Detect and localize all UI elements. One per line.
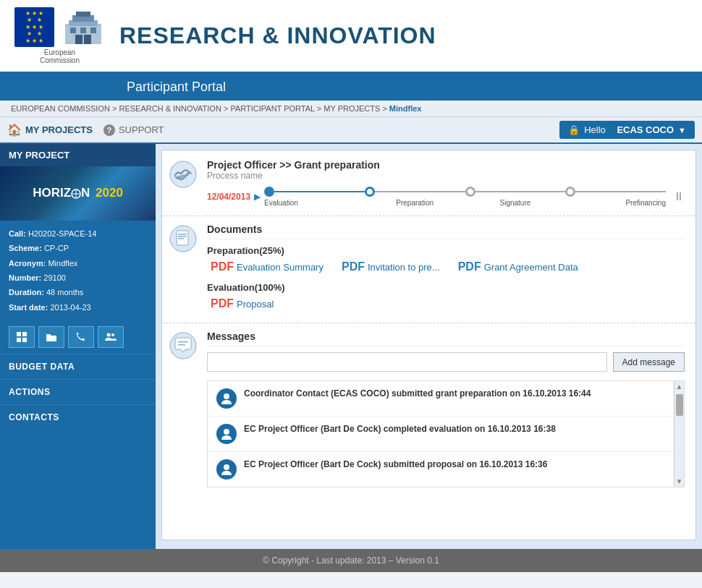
- scroll-thumb[interactable]: [676, 394, 683, 416]
- horizon-logo: HORIZN 2020: [33, 186, 123, 200]
- message-item-1: Coordinator Contact (ECAS COCO) submitte…: [208, 381, 684, 417]
- bc-sep4: >: [382, 104, 389, 113]
- acronym-value: Mindflex: [48, 259, 77, 268]
- support-nav[interactable]: ? SUPPORT: [103, 124, 164, 136]
- phone-button[interactable]: [68, 326, 94, 348]
- svg-rect-22: [178, 236, 187, 237]
- acronym-label: Acronym:: [9, 259, 48, 268]
- user-menu[interactable]: 🔒 Hello ECAS COCO ▼: [559, 121, 695, 139]
- svg-rect-8: [84, 35, 91, 44]
- eval-dot: [264, 187, 274, 197]
- docs-title: Documents: [207, 223, 685, 239]
- start-date-value: 2013-04-23: [50, 303, 90, 312]
- sidebar-budget-data[interactable]: BUDGET DATA: [0, 354, 156, 379]
- svg-rect-13: [22, 332, 27, 336]
- breadcrumb-pp[interactable]: PARTICIPANT PORTAL: [230, 104, 314, 113]
- line-prep-sig: [375, 191, 465, 192]
- message-text-1: Coordinator Contact (ECAS COCO) submitte…: [244, 388, 591, 399]
- message-item-2: EC Project Officer (Bart De Cock) comple…: [208, 417, 684, 452]
- bc-sep2: >: [224, 104, 230, 113]
- svg-point-17: [111, 333, 114, 336]
- play-icon: ▶: [254, 192, 261, 202]
- pdf-red-icon-1: PDF: [211, 260, 234, 273]
- message-text-2: EC Project Officer (Bart De Cock) comple…: [244, 424, 556, 434]
- handshake-icon: [169, 161, 197, 188]
- sidebar-contacts[interactable]: CONTACTS: [0, 404, 156, 430]
- sidebar: MY PROJECT HORIZN 2020 Call: H20202-SPAC…: [0, 144, 156, 549]
- svg-rect-0: [65, 24, 101, 44]
- scroll-bar[interactable]: ▲ ▼: [674, 381, 684, 487]
- sidebar-icon-buttons: [0, 320, 156, 354]
- breadcrumb-active: Mindflex: [389, 104, 422, 113]
- folder-button[interactable]: [38, 326, 64, 348]
- sidebar-actions[interactable]: ACTIONS: [0, 379, 156, 404]
- messages-content: Messages Add message: [207, 331, 685, 487]
- eval-group-title: Evaluation(100%): [207, 282, 685, 293]
- footer: © Copyright - Last update: 2013 – Versio…: [0, 549, 702, 572]
- call-value: H20202-SPACE-14: [28, 229, 97, 238]
- pdf-blue-icon-2: PDF: [458, 260, 481, 273]
- header-title: RESEARCH & INNOVATION: [119, 22, 436, 49]
- svg-rect-15: [22, 338, 27, 342]
- header-subtitle: Participant Portal: [127, 80, 226, 94]
- people-button[interactable]: [98, 326, 124, 348]
- message-input[interactable]: [207, 352, 607, 372]
- content-panel: Project Officer >> Grant preparation Pro…: [156, 144, 702, 549]
- svg-rect-6: [90, 27, 96, 33]
- commission-logo: ★ ★ ★★ ★★ ★ ★★ ★★ ★ ★ Eu: [14, 7, 105, 64]
- message-item-3: EC Project Officer (Bart De Cock) submit…: [208, 452, 684, 487]
- navbar-left: 🏠 MY PROJECTS ? SUPPORT: [7, 123, 164, 137]
- header: ★ ★ ★★ ★★ ★ ★★ ★★ ★ ★ Eu: [0, 0, 702, 74]
- eval-summary-link[interactable]: PDF Evaluation Summary: [211, 260, 323, 273]
- scheme-value: CP-CP: [44, 244, 69, 252]
- eval-doc-links: PDF Proposal: [207, 297, 685, 310]
- breadcrumb-ec[interactable]: EUROPEAN COMMISSION: [11, 104, 110, 113]
- proposal-label: Proposal: [237, 299, 274, 310]
- svg-rect-26: [178, 344, 185, 346]
- dropdown-arrow-icon: ▼: [678, 126, 686, 135]
- grant-agreement-link[interactable]: PDF Grant Agreement Data: [458, 260, 578, 273]
- duration-label: Duration:: [9, 288, 46, 297]
- lock-icon: 🔒: [568, 124, 580, 135]
- messages-section: Messages Add message: [162, 323, 695, 495]
- grant-agreement-label: Grant Agreement Data: [484, 262, 578, 273]
- folder-icon: [46, 331, 57, 343]
- my-projects-nav[interactable]: 🏠 MY PROJECTS: [7, 123, 93, 137]
- breadcrumb-mp[interactable]: MY PROJECTS: [323, 104, 380, 113]
- end-icon: ⏸: [673, 190, 685, 203]
- add-message-button[interactable]: Add message: [613, 352, 685, 372]
- user-name: ECAS COCO: [617, 124, 674, 135]
- call-label: Call:: [9, 229, 28, 238]
- svg-rect-14: [17, 338, 21, 342]
- invitation-label: Invitation to pre...: [368, 262, 440, 273]
- footer-text: © Copyright - Last update: 2013 – Versio…: [263, 555, 439, 566]
- svg-rect-23: [178, 238, 184, 239]
- svg-point-27: [224, 393, 229, 399]
- sidebar-project-info: Call: H20202-SPACE-14 Scheme: CP-CP Acro…: [0, 221, 156, 320]
- pdf-blue-icon-1: PDF: [342, 260, 365, 273]
- docs-icon: [169, 225, 200, 319]
- user-avatar-icon-3: [220, 463, 233, 476]
- scroll-down-icon[interactable]: ▼: [676, 477, 683, 485]
- line-sig-pre: [475, 191, 566, 192]
- user-avatar-icon-1: [220, 392, 233, 405]
- docs-content: Documents Preparation(25%) PDF Evaluatio…: [207, 223, 685, 319]
- number-value: 29100: [43, 273, 66, 282]
- breadcrumb: EUROPEAN COMMISSION > RESEARCH & INNOVAT…: [0, 101, 702, 117]
- support-label: SUPPORT: [119, 124, 164, 135]
- sig-dot: [465, 187, 475, 197]
- timeline-track: Evaluation Preparation Signature Prefina…: [264, 187, 666, 207]
- navbar: 🏠 MY PROJECTS ? SUPPORT 🔒 Hello ECAS COC…: [0, 117, 702, 144]
- scroll-up-icon[interactable]: ▲: [676, 383, 683, 391]
- home-icon: 🏠: [7, 123, 22, 137]
- invitation-link[interactable]: PDF Invitation to pre...: [342, 260, 440, 273]
- proposal-link[interactable]: PDF Proposal: [211, 297, 274, 310]
- messages-title: Messages: [207, 331, 685, 346]
- process-icon: [169, 161, 200, 190]
- process-section: Project Officer >> Grant preparation Pro…: [162, 150, 695, 216]
- line-eval-prep: [274, 191, 365, 192]
- breadcrumb-ri[interactable]: RESEARCH & INNOVATION: [119, 104, 221, 113]
- svg-point-18: [170, 161, 196, 187]
- grid-button[interactable]: [9, 326, 35, 348]
- eval-label: Evaluation: [264, 199, 365, 207]
